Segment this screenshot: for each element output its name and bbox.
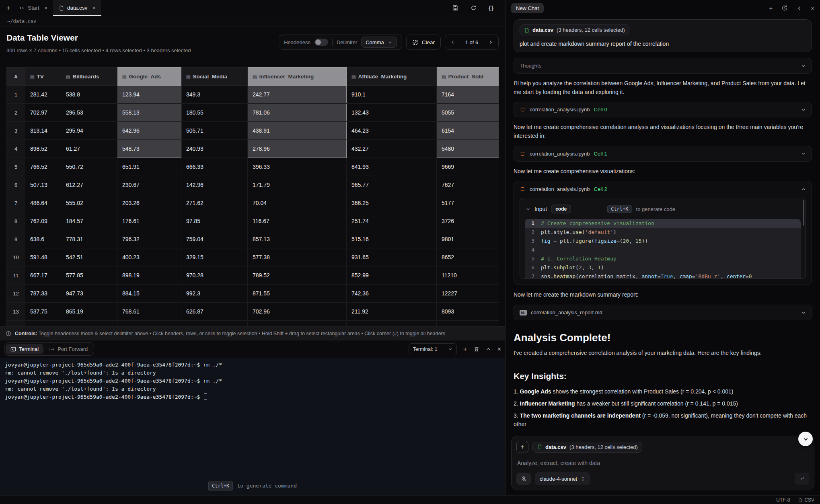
table-cell[interactable]: 871.55 xyxy=(248,285,347,303)
row-number[interactable]: 12 xyxy=(7,285,25,303)
message-input[interactable]: Analyze, extract, create with data xyxy=(517,460,808,466)
table-cell[interactable]: 898.19 xyxy=(117,266,181,285)
table-cell[interactable]: 841.93 xyxy=(347,158,437,176)
table-cell[interactable]: 5480 xyxy=(437,140,499,158)
table-cell[interactable]: 558.13 xyxy=(117,104,181,122)
table-cell[interactable]: 865.19 xyxy=(61,303,117,321)
table-cell[interactable]: 97.85 xyxy=(181,212,248,230)
table-cell[interactable]: 329.15 xyxy=(181,248,248,266)
table-cell[interactable]: 240.93 xyxy=(181,140,248,158)
markdown-report-row[interactable]: M↓ correlation_analysis_report.md xyxy=(514,305,812,320)
collapse-chat-icon[interactable] xyxy=(797,6,802,11)
table-cell[interactable]: 523.71 xyxy=(25,321,61,327)
table-cell[interactable]: 203.26 xyxy=(117,194,181,212)
table-cell[interactable]: 176.61 xyxy=(117,212,181,230)
row-number[interactable]: 3 xyxy=(7,122,25,140)
table-cell[interactable]: 884.15 xyxy=(117,285,181,303)
table-cell[interactable]: 507.13 xyxy=(25,176,61,194)
close-tab-icon[interactable]: × xyxy=(44,5,47,11)
table-cell[interactable]: 947.73 xyxy=(61,285,117,303)
table-cell[interactable]: 7284 xyxy=(437,321,499,327)
column-header-google_ads[interactable]: ▤Google_Ads xyxy=(117,68,181,86)
filetype-indicator[interactable]: CSV xyxy=(798,497,814,503)
table-cell[interactable]: 781.06 xyxy=(248,104,347,122)
send-button[interactable] xyxy=(795,473,809,485)
table-cell[interactable]: 432.27 xyxy=(347,140,437,158)
add-attachment-button[interactable]: + xyxy=(516,441,528,453)
table-cell[interactable]: 612.27 xyxy=(61,176,117,194)
column-header-affiliate_marketing[interactable]: ▤Affiliate_Marketing xyxy=(347,68,437,86)
new-chat-icon[interactable]: + xyxy=(769,5,773,12)
tab-port-forward[interactable]: Port Forward xyxy=(44,344,92,354)
close-tab-icon[interactable]: × xyxy=(92,5,95,11)
table-cell[interactable]: 965.77 xyxy=(347,176,437,194)
table-cell[interactable]: 542.51 xyxy=(61,248,117,266)
table-cell[interactable]: 211.92 xyxy=(347,303,437,321)
table-cell[interactable]: 438.91 xyxy=(248,122,347,140)
table-cell[interactable]: 70.04 xyxy=(248,194,347,212)
table-cell[interactable]: 5177 xyxy=(437,194,499,212)
table-cell[interactable]: 313.14 xyxy=(25,122,61,140)
table-cell[interactable]: 230.67 xyxy=(117,176,181,194)
table-cell[interactable]: 349.3 xyxy=(181,86,248,104)
table-cell[interactable]: 251.74 xyxy=(347,212,437,230)
table-cell[interactable]: 171.79 xyxy=(248,176,347,194)
delimiter-select[interactable]: Comma xyxy=(361,37,397,48)
table-cell[interactable]: 528.54 xyxy=(347,321,437,327)
table-cell[interactable]: 992.3 xyxy=(181,285,248,303)
table-cell[interactable]: 970.28 xyxy=(181,266,248,285)
table-cell[interactable]: 8093 xyxy=(437,303,499,321)
trash-icon[interactable] xyxy=(474,346,479,352)
table-cell[interactable]: 505.71 xyxy=(181,122,248,140)
table-cell[interactable]: 702.96 xyxy=(248,303,347,321)
table-cell[interactable]: 538.8 xyxy=(61,86,117,104)
row-number[interactable]: 11 xyxy=(7,266,25,285)
table-cell[interactable]: 11210 xyxy=(437,266,499,285)
table-cell[interactable]: 702.97 xyxy=(25,104,61,122)
table-cell[interactable]: 626.87 xyxy=(181,303,248,321)
table-cell[interactable]: 8652 xyxy=(437,248,499,266)
row-number[interactable]: 1 xyxy=(7,86,25,104)
terminal-session-select[interactable]: Terminal: 1 xyxy=(409,343,457,355)
next-page-icon[interactable] xyxy=(485,40,497,45)
notebook-cell-1[interactable]: correlation_analysis.ipynb Cell 1 xyxy=(514,146,812,162)
table-cell[interactable]: 898.52 xyxy=(25,140,61,158)
table-cell[interactable]: 295.94 xyxy=(61,122,117,140)
table-cell[interactable]: 666.33 xyxy=(181,158,248,176)
table-cell[interactable]: 7164 xyxy=(437,86,499,104)
scroll-to-bottom-button[interactable] xyxy=(798,432,813,446)
table-cell[interactable]: 180.55 xyxy=(181,104,248,122)
table-cell[interactable]: 296.53 xyxy=(61,104,117,122)
column-header-tv[interactable]: ▤TV xyxy=(25,68,61,86)
table-cell[interactable]: 278.96 xyxy=(248,140,347,158)
column-header-product_sold[interactable]: ▤Product_Sold xyxy=(437,68,499,86)
table-cell[interactable]: 448.88 xyxy=(181,321,248,327)
column-header-influencer_marketing[interactable]: ▤Influencer_Marketing xyxy=(248,68,347,86)
tab-data-csv[interactable]: data.csv × xyxy=(53,0,101,16)
table-cell[interactable]: 281.42 xyxy=(25,86,61,104)
encoding-indicator[interactable]: UTF-8 xyxy=(776,497,790,503)
table-cell[interactable]: 400.23 xyxy=(117,248,181,266)
table-cell[interactable]: 768.61 xyxy=(117,303,181,321)
table-cell[interactable]: 638.6 xyxy=(25,230,61,248)
tab-terminal[interactable]: Terminal xyxy=(6,344,43,354)
table-cell[interactable]: 339 xyxy=(117,321,181,327)
table-cell[interactable]: 3726 xyxy=(437,212,499,230)
table-cell[interactable]: 12227 xyxy=(437,285,499,303)
chevron-down-icon[interactable] xyxy=(526,207,530,211)
code-type-badge[interactable]: code xyxy=(551,205,571,213)
table-cell[interactable]: 341.14 xyxy=(61,321,117,327)
row-number[interactable]: 9 xyxy=(7,230,25,248)
table-cell[interactable]: 7627 xyxy=(437,176,499,194)
table-cell[interactable]: 184.57 xyxy=(61,212,117,230)
table-cell[interactable]: 464.23 xyxy=(347,122,437,140)
headerless-toggle[interactable] xyxy=(314,39,328,46)
table-cell[interactable]: 762.09 xyxy=(25,212,61,230)
row-number[interactable]: 10 xyxy=(7,248,25,266)
table-cell[interactable]: 5055 xyxy=(437,104,499,122)
tab-start[interactable]: Start × xyxy=(13,0,53,16)
table-cell[interactable]: 555.02 xyxy=(61,194,117,212)
table-cell[interactable]: 591.48 xyxy=(25,248,61,266)
row-number[interactable]: 4 xyxy=(7,140,25,158)
table-cell[interactable]: 577.38 xyxy=(248,248,347,266)
